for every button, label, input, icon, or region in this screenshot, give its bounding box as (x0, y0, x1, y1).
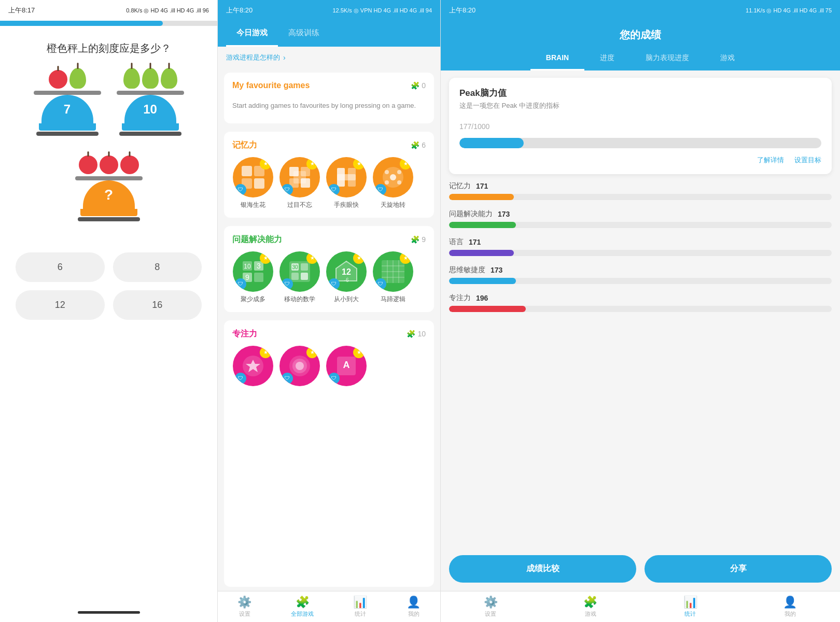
bottom-nav-stats-3[interactable]: 📊 统计 (683, 596, 697, 618)
scale-base-2 (122, 123, 179, 131)
answer-btn-1[interactable]: 8 (113, 252, 202, 282)
bottom-nav-games-2[interactable]: 🧩 全部游戏 (291, 596, 314, 618)
nav-bar-2: 今日游戏 高级训练 (218, 21, 440, 47)
skill-header-problem: 问题解决能力 173 (449, 209, 832, 219)
action-buttons: 成绩比较 分享 (441, 547, 840, 591)
panel-quiz: 上午8:17 0.8K/s ◎ HD 4G .ill HD 4G .ill 96… (0, 0, 218, 622)
star-focus-1: ★ (306, 347, 318, 358)
skill-name-language: 语言 (449, 237, 464, 247)
section-header-mem: 记忆力 🧩 6 (232, 140, 426, 151)
nav-tab-advanced[interactable]: 高级训练 (278, 21, 330, 47)
answer-btn-3[interactable]: 16 (113, 290, 202, 320)
star-mem-1: ★ (306, 158, 318, 169)
game-item-focus-2[interactable]: A ★ 🛡 (326, 346, 367, 386)
star-prob-2: ★ (353, 252, 365, 264)
svg-rect-29 (291, 273, 299, 280)
svg-rect-28 (301, 263, 308, 271)
fruit-pear-2c (161, 68, 177, 89)
bottom-nav-stats-2[interactable]: 📊 统计 (353, 596, 367, 618)
game-icon-mem-0: ★ 🛡 (233, 157, 273, 197)
game-item-mem-0[interactable]: ★ 🛡 银海生花 (232, 157, 274, 209)
section-title-prob: 问题解决能力 (232, 234, 282, 245)
section-memory: 记忆力 🧩 6 ★ 🛡 银海生花 ★ 🛡 过 (224, 132, 434, 218)
star-focus-0: ★ (260, 347, 271, 358)
game-item-focus-0[interactable]: ★ 🛡 (232, 346, 274, 386)
answer-btn-2[interactable]: 12 (16, 290, 105, 320)
svg-text:30: 30 (292, 264, 298, 270)
section-title-fav: My favourite games (232, 81, 310, 90)
skill-score-language: 171 (469, 238, 481, 246)
question-text: 橙色秤上的刻度应是多少？ (36, 41, 181, 55)
score-link-goal[interactable]: 设置目标 (794, 156, 821, 165)
puzzle-icon-focus: 🧩 (407, 330, 415, 338)
skill-name-problem: 问题解决能力 (449, 209, 493, 219)
top-bar-3: 您的成绩 BRAIN 进度 脑力表现进度 游戏 (441, 21, 840, 70)
skill-name-thinking: 思维敏捷度 (449, 265, 485, 275)
progress-hint[interactable]: 游戏进程是怎样的 › (218, 47, 440, 68)
game-item-prob-2[interactable]: 12 -6 ★ 🛡 从小到大 (326, 251, 367, 304)
puzzle-icon-fav: 🧩 (411, 81, 419, 90)
shield-mem-1: 🛡 (282, 184, 293, 195)
game-item-mem-3[interactable]: ★ 🛡 天旋地转 (372, 157, 414, 209)
scales-top-row: 7 10 (34, 66, 184, 136)
svg-text:3: 3 (257, 262, 261, 270)
bottom-nav-games-3[interactable]: 🧩 游戏 (583, 596, 597, 618)
skill-row-focus: 专注力 196 (449, 293, 832, 312)
settings-icon-2: ⚙️ (237, 596, 251, 609)
game-icon-mem-1: ★ 🛡 (279, 157, 320, 197)
svg-point-17 (397, 180, 401, 185)
section-count-focus: 🧩 10 (407, 330, 426, 338)
game-item-mem-1[interactable]: ★ 🛡 过目不忘 (279, 157, 320, 209)
star-prob-3: ★ (400, 252, 411, 264)
fruit-apple-3c (120, 156, 139, 174)
skill-bar-fill-memory (449, 194, 514, 200)
game-item-mem-2[interactable]: ★ 🛡 手疾眼快 (326, 157, 367, 209)
game-item-prob-0[interactable]: 10 3 9 ★ 🛡 聚少成多 (232, 251, 274, 304)
svg-rect-30 (301, 273, 308, 280)
bottom-nav-3: ⚙️ 设置 🧩 游戏 📊 统计 👤 我的 (441, 591, 840, 622)
game-item-prob-3[interactable]: ★ 🛡 马蹄逻辑 (372, 251, 414, 304)
game-item-focus-1[interactable]: ★ 🛡 (279, 346, 320, 386)
star-mem-3: ★ (400, 158, 411, 169)
nav-tab-today[interactable]: 今日游戏 (226, 21, 278, 47)
skill-header-thinking: 思维敏捷度 173 (449, 265, 832, 275)
section-focus: 专注力 🧩 10 ★ 🛡 (224, 320, 434, 587)
time-1: 上午8:17 (8, 6, 35, 15)
skill-row-memory: 记忆力 171 (449, 181, 832, 200)
score-progress-bar (459, 138, 821, 148)
tab3-progress[interactable]: 进度 (584, 47, 630, 70)
skill-score-problem: 173 (498, 210, 510, 218)
scale-feet-1 (36, 132, 99, 136)
scale-feet-3 (78, 217, 140, 221)
bottom-nav-settings-3[interactable]: ⚙️ 设置 (484, 596, 498, 618)
score-progress-fill (459, 138, 524, 148)
scale-housing-2: 10 (124, 95, 176, 123)
games-row-focus: ★ 🛡 ★ 🛡 (232, 346, 426, 386)
svg-rect-8 (293, 171, 306, 183)
shield-mem-3: 🛡 (375, 184, 386, 195)
skill-score-thinking: 173 (491, 266, 502, 274)
game-label-mem-3: 天旋地转 (381, 201, 405, 209)
game-label-prob-3: 马蹄逻辑 (381, 295, 405, 304)
game-item-prob-1[interactable]: 30 ★ 🛡 移动的数学 (279, 251, 320, 304)
games-row-problem: 10 3 9 ★ 🛡 聚少成多 (232, 251, 426, 304)
fruits-1 (49, 66, 86, 89)
tab3-games[interactable]: 游戏 (705, 47, 750, 70)
bottom-nav-profile-2[interactable]: 👤 我的 (407, 596, 421, 618)
game-label-mem-1: 过目不忘 (287, 201, 312, 209)
score-link-details[interactable]: 了解详情 (757, 156, 784, 165)
compare-btn[interactable]: 成绩比较 (449, 555, 636, 583)
tab3-brain-progress[interactable]: 脑力表现进度 (630, 47, 705, 70)
tab3-brain[interactable]: BRAIN (530, 47, 584, 70)
skill-name-focus: 专注力 (449, 293, 471, 303)
progress-fill (0, 21, 163, 26)
bottom-nav-profile-3[interactable]: 👤 我的 (783, 596, 797, 618)
fruit-apple-3a (79, 156, 97, 174)
share-btn[interactable]: 分享 (645, 555, 832, 583)
scale-tray-1 (34, 91, 101, 95)
skill-score-memory: 171 (476, 182, 488, 190)
bottom-nav-settings-2[interactable]: ⚙️ 设置 (237, 596, 251, 618)
answer-btn-0[interactable]: 6 (16, 252, 105, 282)
games-row-memory: ★ 🛡 银海生花 ★ 🛡 过目不忘 ★ 🛡 手疾眼快 (232, 157, 426, 209)
settings-icon-3: ⚙️ (484, 596, 498, 609)
